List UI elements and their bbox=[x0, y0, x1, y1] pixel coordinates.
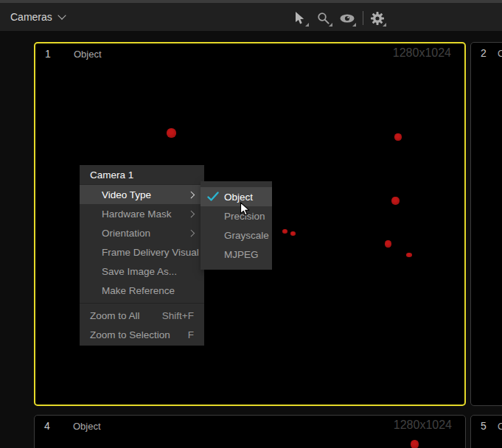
tracked-marker bbox=[385, 240, 391, 248]
cameras-view-label: Cameras bbox=[10, 11, 52, 23]
panel-number: 1 bbox=[45, 48, 51, 60]
menu-item-save-image-as[interactable]: Save Image As... bbox=[80, 262, 204, 281]
menu-item-orientation[interactable]: Orientation bbox=[80, 223, 204, 242]
tracked-marker bbox=[282, 229, 287, 234]
zoom-tool-button[interactable] bbox=[314, 9, 332, 27]
panel-video-type-label: Object bbox=[498, 48, 502, 59]
menu-item-label: Zoom to All bbox=[90, 310, 140, 321]
camera-viewport-4[interactable]: 4 Object 1280x1024 bbox=[34, 415, 466, 448]
menu-item-label: Hardware Mask bbox=[102, 209, 172, 220]
panel-resolution: 1280x1024 bbox=[393, 46, 451, 60]
shortcut-label: F bbox=[188, 329, 194, 340]
cameras-view-dropdown[interactable]: Cameras bbox=[10, 10, 65, 24]
menu-item-label: Zoom to Selection bbox=[90, 329, 170, 340]
eye-icon bbox=[339, 13, 355, 24]
submenu-item-precision[interactable]: Precision bbox=[201, 206, 272, 225]
tracked-marker bbox=[406, 253, 412, 257]
panel-video-type-label: Object bbox=[498, 421, 502, 432]
menu-separator bbox=[80, 303, 204, 304]
submenu-item-label: MJPEG bbox=[224, 249, 259, 260]
submenu-arrow-icon bbox=[187, 229, 194, 236]
tool-dropdown-corner-icon bbox=[305, 23, 309, 27]
menu-item-zoom-to-all[interactable]: Zoom to All Shift+F bbox=[80, 306, 204, 325]
submenu-item-label: Precision bbox=[224, 211, 265, 222]
toolbar-separator bbox=[363, 11, 363, 25]
submenu-item-object[interactable]: Object bbox=[201, 187, 272, 206]
toolbar bbox=[290, 9, 391, 27]
menu-item-hardware-mask[interactable]: Hardware Mask bbox=[80, 204, 204, 223]
video-type-submenu: Object Precision Grayscale MJPEG bbox=[201, 181, 272, 270]
shortcut-label: Shift+F bbox=[162, 310, 194, 321]
checkmark-icon bbox=[207, 192, 219, 202]
camera-viewport-5[interactable]: 5 Object bbox=[470, 415, 502, 448]
visibility-tool-button[interactable] bbox=[338, 9, 356, 27]
menu-item-label: Frame Delivery Visual bbox=[102, 247, 199, 258]
submenu-item-label: Grayscale bbox=[224, 230, 269, 241]
menu-item-label: Video Type bbox=[102, 189, 151, 200]
magnifier-icon bbox=[317, 12, 330, 25]
topbar: Cameras bbox=[0, 3, 502, 31]
panel-number: 4 bbox=[44, 420, 50, 432]
chevron-down-icon bbox=[57, 11, 66, 19]
menu-item-label: Make Reference bbox=[102, 285, 175, 296]
tool-dropdown-corner-icon bbox=[383, 23, 386, 27]
application-window: Cameras bbox=[0, 0, 502, 448]
tracked-marker bbox=[167, 128, 176, 138]
submenu-arrow-icon bbox=[187, 210, 194, 217]
panel-resolution: 1280x1024 bbox=[394, 419, 452, 432]
menu-item-label: Save Image As... bbox=[102, 266, 177, 277]
submenu-item-grayscale[interactable]: Grayscale bbox=[201, 225, 272, 245]
submenu-item-label: Object bbox=[224, 192, 253, 203]
camera-viewport-2[interactable]: 2 Object bbox=[470, 42, 502, 406]
panel-video-type-label: Object bbox=[74, 49, 102, 60]
menu-item-label: Orientation bbox=[102, 228, 150, 239]
tracked-marker bbox=[394, 133, 402, 141]
tracked-marker bbox=[411, 440, 419, 448]
select-tool-button[interactable] bbox=[290, 9, 309, 27]
panel-video-type-label: Object bbox=[73, 421, 101, 432]
cursor-icon bbox=[295, 12, 305, 25]
panel-number: 5 bbox=[481, 420, 487, 432]
marker-layer bbox=[471, 43, 502, 405]
submenu-item-mjpeg[interactable]: MJPEG bbox=[201, 245, 272, 264]
context-menu-header: Camera 1 bbox=[80, 165, 204, 185]
context-menu: Camera 1 Video Type Hardware Mask Orient… bbox=[80, 165, 204, 346]
settings-tool-button[interactable] bbox=[368, 9, 386, 27]
menu-item-video-type[interactable]: Video Type bbox=[80, 185, 204, 204]
tracked-marker bbox=[391, 197, 400, 205]
menu-item-make-reference[interactable]: Make Reference bbox=[80, 281, 204, 300]
submenu-arrow-icon bbox=[187, 191, 194, 197]
menu-item-frame-delivery-visual[interactable]: Frame Delivery Visual bbox=[80, 242, 204, 262]
tool-dropdown-corner-icon bbox=[352, 23, 356, 27]
tool-dropdown-corner-icon bbox=[329, 23, 332, 27]
tracked-marker bbox=[290, 231, 296, 236]
menu-item-zoom-to-selection[interactable]: Zoom to Selection F bbox=[80, 325, 204, 344]
panel-number: 2 bbox=[481, 47, 487, 59]
